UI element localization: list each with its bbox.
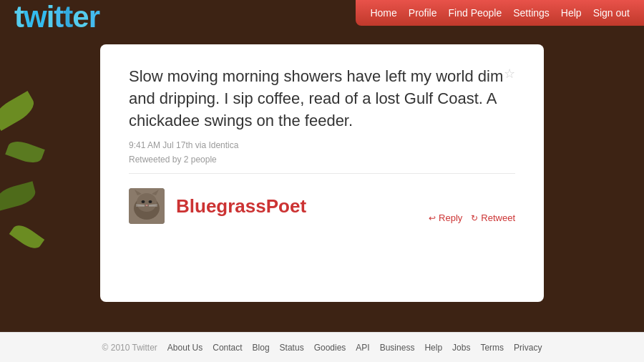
svg-point-8 [146, 205, 148, 206]
nav-settings[interactable]: Settings [513, 7, 550, 19]
footer-contact[interactable]: Contact [213, 343, 242, 353]
reply-label: Reply [439, 212, 462, 223]
retweet-info: Retweeted by 2 people [129, 155, 515, 165]
svg-text:twitter: twitter [14, 0, 100, 31]
header: twitter Home Profile Find People Setting… [0, 0, 644, 37]
tweet-meta: 9:41 AM Jul 17th via Identica [129, 140, 515, 150]
favorite-star-icon[interactable]: ☆ [504, 66, 515, 82]
svg-point-3 [137, 193, 157, 212]
nav-home[interactable]: Home [370, 7, 396, 19]
footer-privacy[interactable]: Privacy [514, 343, 542, 353]
footer-jobs[interactable]: Jobs [452, 343, 470, 353]
retweet-icon: ↻ [471, 213, 478, 223]
retweet-button[interactable]: ↻ Retweet [471, 212, 515, 223]
svg-point-7 [149, 200, 152, 203]
footer-blog[interactable]: Blog [253, 343, 270, 353]
main-content: ☆ Slow moving morning showers have left … [100, 44, 544, 302]
twitter-logo: twitter [14, 0, 129, 38]
retweet-label: Retweet [481, 212, 515, 223]
avatar[interactable] [129, 188, 165, 224]
tweet-timestamp[interactable]: 9:41 AM Jul 17th via Identica [129, 140, 238, 150]
footer-business[interactable]: Business [380, 343, 415, 353]
username[interactable]: BluegrassPoet [176, 195, 306, 217]
avatar-image [129, 188, 165, 224]
footer-api[interactable]: API [356, 343, 369, 353]
nav-sign-out[interactable]: Sign out [593, 7, 630, 19]
tweet-text: Slow moving morning showers have left my… [129, 66, 515, 132]
divider [129, 173, 515, 174]
reply-icon: ↩ [429, 213, 436, 223]
footer-status[interactable]: Status [280, 343, 304, 353]
tweet-actions: ↩ Reply ↻ Retweet [429, 212, 515, 223]
footer-terms[interactable]: Terms [480, 343, 504, 353]
footer-help[interactable]: Help [424, 343, 442, 353]
reply-button[interactable]: ↩ Reply [429, 212, 462, 223]
copyright: © 2010 Twitter [102, 343, 157, 353]
footer: © 2010 Twitter About Us Contact Blog Sta… [0, 332, 644, 362]
decorative-leaves [0, 43, 86, 329]
svg-point-6 [142, 200, 145, 203]
nav-find-people[interactable]: Find People [449, 7, 502, 19]
footer-about[interactable]: About Us [167, 343, 203, 353]
nav-profile[interactable]: Profile [409, 7, 437, 19]
footer-goodies[interactable]: Goodies [314, 343, 346, 353]
main-nav: Home Profile Find People Settings Help S… [356, 0, 644, 26]
nav-help[interactable]: Help [561, 7, 582, 19]
